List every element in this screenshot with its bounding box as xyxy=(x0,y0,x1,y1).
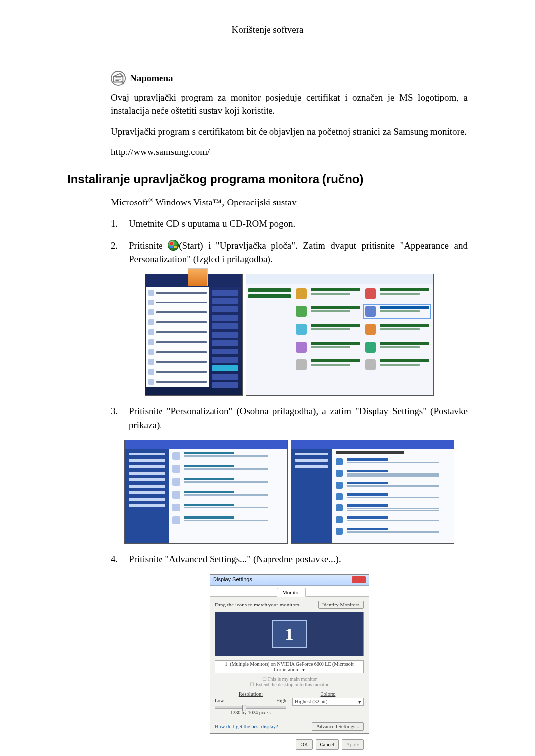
running-head: Korištenje softvera xyxy=(0,23,535,37)
top-rule xyxy=(67,40,468,40)
extend-desktop-label: Extend the desktop onto this monitor xyxy=(256,682,329,687)
step-3-text: Pritisnite "Personalization" (Osobna pri… xyxy=(129,404,468,432)
close-icon[interactable] xyxy=(352,576,366,583)
step-3: 3. Pritisnite "Personalization" (Osobna … xyxy=(111,404,468,432)
step-4-num: 4. xyxy=(111,553,121,566)
figure-step-4: Display Settings Monitor Drag the icons … xyxy=(111,574,468,750)
ok-button[interactable]: OK xyxy=(296,739,312,750)
monitor-1-icon[interactable]: 1 xyxy=(272,620,307,648)
step-2-post: (Start) i "Upravljačka ploča". Zatim dva… xyxy=(129,240,468,264)
cancel-button[interactable]: Cancel xyxy=(316,739,339,750)
display-device-combo[interactable]: 1. (Multiple Monitors) on NVIDIA GeForce… xyxy=(215,660,364,673)
step-1-num: 1. xyxy=(111,217,121,231)
tab-monitor[interactable]: Monitor xyxy=(277,588,306,597)
step-4-text: Pritisnite "Advanced Settings..." (Napre… xyxy=(129,553,468,566)
note-label: Napomena xyxy=(130,71,173,85)
os-subhead: Microsoft® Windows Vista™‚ Operacijski s… xyxy=(111,195,468,209)
note-paragraph-1: Ovaj upravljački program za monitor posj… xyxy=(111,91,468,118)
res-high: High xyxy=(276,698,286,703)
step-1-text: Umetnite CD s uputama u CD-ROM pogon. xyxy=(129,217,468,231)
step-2-num: 2. xyxy=(111,239,121,266)
step-2: 2. Pritisnite (Start) i "Upravljačka plo… xyxy=(111,239,468,266)
screenshot-appearance-list xyxy=(124,440,288,544)
chevron-down-icon: ▾ xyxy=(358,699,361,705)
resolution-value: 1280 by 1024 pixels xyxy=(215,710,286,715)
main-monitor-label: This is my main monitor xyxy=(268,676,317,682)
res-low: Low xyxy=(215,698,224,703)
colors-value: Highest (32 bit) xyxy=(295,699,328,705)
step-4: 4. Pritisnite "Advanced Settings..." (Na… xyxy=(111,553,468,566)
os-subhead-prefix: Microsoft xyxy=(111,197,148,207)
note-url: http://www.samsung.com/ xyxy=(111,145,468,159)
colors-select[interactable]: Highest (32 bit)▾ xyxy=(292,698,364,706)
step-1: 1. Umetnite CD s uputama u CD-ROM pogon. xyxy=(111,217,468,231)
screenshot-start-menu xyxy=(145,274,243,396)
advanced-settings-button[interactable]: Advanced Settings... xyxy=(312,722,364,731)
identify-monitors-button[interactable]: Identify Monitors xyxy=(318,601,364,609)
resolution-slider[interactable] xyxy=(215,706,286,709)
monitor-arrangement-canvas[interactable]: 1 xyxy=(215,612,364,656)
dialog-title: Display Settings xyxy=(213,576,252,584)
step-3-num: 3. xyxy=(111,404,121,432)
apply-button[interactable]: Apply xyxy=(342,739,364,750)
resolution-label: Resolution: xyxy=(215,691,286,697)
screenshot-display-settings: Display Settings Monitor Drag the icons … xyxy=(210,574,369,734)
windows-start-orb-icon xyxy=(168,240,179,251)
screenshot-personalization xyxy=(291,440,454,544)
os-subhead-rest: Windows Vista™‚ Operacijski sustav xyxy=(153,197,296,207)
step-2-pre: Pritisnite xyxy=(129,240,168,251)
extend-desktop-checkbox[interactable]: ☐ Extend the desktop onto this monitor xyxy=(215,682,364,687)
screenshot-control-panel-categories xyxy=(246,274,434,396)
figure-step-2 xyxy=(111,274,468,396)
help-link[interactable]: How do I get the best display? xyxy=(215,724,278,729)
note-icon xyxy=(111,71,126,86)
drag-hint: Drag the icons to match your monitors. xyxy=(215,602,301,607)
figure-step-3 xyxy=(111,440,468,544)
section-heading: Instaliranje upravljačkog programa monit… xyxy=(0,171,535,188)
main-monitor-checkbox[interactable]: ☐ This is my main monitor xyxy=(215,676,364,682)
step-2-text: Pritisnite (Start) i "Upravljačka ploča"… xyxy=(129,239,468,266)
colors-label: Colors: xyxy=(292,691,364,697)
registered-mark: ® xyxy=(148,196,153,203)
note-paragraph-2: Upravljački program s certifikatom bit ć… xyxy=(111,125,468,139)
